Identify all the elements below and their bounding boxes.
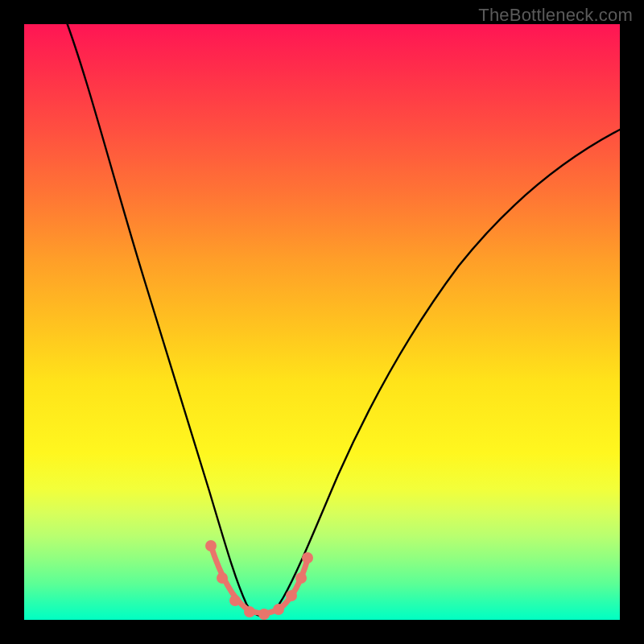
svg-point-3 xyxy=(244,606,255,617)
svg-point-8 xyxy=(302,552,313,564)
svg-point-1 xyxy=(217,572,228,584)
curve-left-branch xyxy=(64,16,262,617)
curve-right-branch xyxy=(262,129,621,617)
svg-point-6 xyxy=(286,590,297,601)
svg-point-7 xyxy=(295,572,307,584)
svg-point-4 xyxy=(258,609,270,620)
watermark-text: TheBottleneck.com xyxy=(478,5,633,26)
chart-svg xyxy=(24,24,620,620)
chart-frame: TheBottleneck.com xyxy=(0,0,644,644)
svg-point-5 xyxy=(273,604,284,615)
marker-beads xyxy=(205,540,313,620)
svg-point-2 xyxy=(229,595,241,606)
svg-point-0 xyxy=(205,540,217,551)
